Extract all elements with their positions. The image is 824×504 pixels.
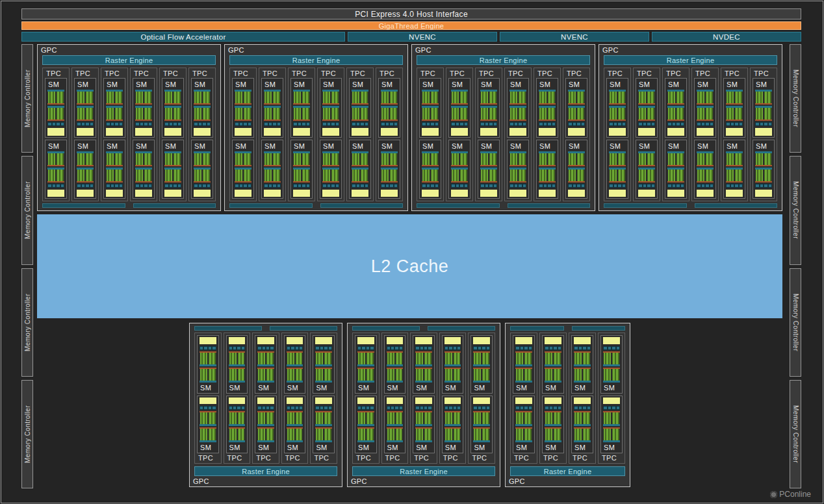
ldst-unit bbox=[291, 407, 294, 409]
ldst-row bbox=[480, 184, 497, 188]
ldst-unit bbox=[428, 407, 431, 409]
sm-label: SM bbox=[609, 142, 626, 151]
ldst-unit bbox=[300, 347, 302, 349]
ldst-row bbox=[164, 184, 181, 188]
ldst-unit bbox=[199, 184, 202, 187]
tensor-block bbox=[726, 190, 743, 197]
core-array bbox=[509, 151, 526, 166]
sm-label: SM bbox=[387, 383, 404, 392]
sm-block: SM bbox=[355, 396, 377, 454]
ldst-row bbox=[638, 122, 655, 126]
tpc-label: TPC bbox=[635, 68, 658, 78]
tensor-block bbox=[77, 128, 94, 136]
ldst-unit bbox=[579, 407, 582, 409]
ldst-unit bbox=[431, 123, 434, 125]
tpc-label: TPC bbox=[312, 453, 335, 463]
rop-strips bbox=[194, 326, 337, 331]
raster-engine-bar: Raster Engine bbox=[510, 466, 625, 476]
tensor-block bbox=[352, 190, 368, 197]
ldst-unit bbox=[474, 407, 476, 409]
core-array bbox=[422, 90, 439, 105]
ldst-unit bbox=[111, 184, 114, 187]
sm-block: SM bbox=[753, 78, 775, 138]
tpc-row: SMSMTPCSMSMTPCSMSMTPCSMSMTPC bbox=[510, 333, 625, 464]
core-array bbox=[638, 151, 655, 166]
ldst-unit bbox=[524, 407, 528, 409]
gpc-block: GPCRaster EngineTPCSMSMTPCSMSMTPCSMSMTPC… bbox=[599, 44, 782, 211]
ldst-unit bbox=[643, 123, 647, 125]
core-array bbox=[381, 90, 398, 105]
sm-block: SM bbox=[355, 335, 377, 394]
ldst-unit bbox=[269, 123, 272, 125]
ldst-unit bbox=[174, 184, 177, 187]
tensor-block bbox=[638, 128, 655, 136]
core-array bbox=[229, 411, 246, 426]
ldst-unit bbox=[149, 123, 152, 125]
ldst-row bbox=[509, 122, 526, 126]
memory-controller-label: Memory Controller bbox=[24, 181, 31, 239]
ldst-row bbox=[357, 346, 374, 350]
ldst-unit bbox=[302, 184, 305, 187]
tensor-block bbox=[194, 128, 211, 136]
ldst-unit bbox=[233, 407, 236, 409]
ldst-unit bbox=[336, 123, 339, 125]
memory-controller-block: Memory Controller bbox=[790, 156, 801, 264]
memory-controllers-right: Memory ControllerMemory ControllerMemory… bbox=[790, 44, 801, 488]
tensor-block bbox=[422, 190, 439, 197]
tpc-row: TPCSMSMTPCSMSMTPCSMSMTPCSMSMTPCSMSMTPCSM… bbox=[42, 68, 216, 201]
ldst-unit bbox=[582, 123, 585, 125]
rop-strips bbox=[417, 203, 590, 208]
tpc-block: SMSMTPC bbox=[194, 333, 222, 464]
ldst-row bbox=[264, 184, 281, 188]
sm-label: SM bbox=[357, 442, 374, 451]
core-array bbox=[603, 351, 620, 366]
core-array bbox=[726, 168, 743, 183]
ldst-unit bbox=[521, 347, 524, 349]
tensor-block bbox=[539, 190, 556, 197]
core-array bbox=[444, 351, 461, 366]
ldst-unit bbox=[115, 123, 118, 125]
sm-block: SM bbox=[133, 140, 155, 199]
core-array bbox=[352, 90, 368, 105]
core-array bbox=[357, 427, 374, 442]
ldst-unit bbox=[48, 123, 51, 125]
sm-block: SM bbox=[694, 78, 716, 138]
tensor-block bbox=[135, 128, 152, 136]
core-array bbox=[135, 106, 152, 121]
ldst-unit bbox=[416, 407, 418, 409]
sm-label: SM bbox=[444, 442, 461, 451]
tpc-label: TPC bbox=[44, 68, 68, 78]
sm-block: SM bbox=[448, 78, 470, 138]
core-array bbox=[574, 368, 591, 383]
ldst-unit bbox=[550, 347, 553, 349]
ldst-unit bbox=[263, 347, 265, 349]
ldst-row bbox=[47, 122, 64, 126]
ldst-unit bbox=[136, 123, 139, 125]
memory-controller-block: Memory Controller bbox=[790, 268, 801, 377]
ldst-row bbox=[315, 406, 332, 410]
core-array bbox=[697, 90, 714, 105]
core-array bbox=[515, 411, 532, 426]
tpc-label: TPC bbox=[73, 68, 97, 78]
ldst-unit bbox=[574, 347, 578, 349]
rop-strip bbox=[572, 326, 626, 331]
sm-label: SM bbox=[422, 80, 439, 90]
tpc-label: TPC bbox=[132, 68, 155, 78]
tpc-block: SMSMTPC bbox=[310, 333, 337, 464]
core-array bbox=[315, 411, 332, 426]
sm-label: SM bbox=[352, 80, 368, 90]
sm-block: SM bbox=[261, 78, 283, 138]
sm-label: SM bbox=[315, 442, 332, 451]
ldst-unit bbox=[144, 123, 148, 125]
ldst-unit bbox=[307, 123, 310, 125]
sm-label: SM bbox=[667, 80, 684, 90]
core-array bbox=[697, 106, 714, 121]
tensor-block bbox=[135, 190, 152, 197]
sm-block: SM bbox=[571, 396, 593, 454]
ldst-unit bbox=[294, 123, 297, 125]
ldst-unit bbox=[558, 407, 561, 409]
tensor-block bbox=[574, 397, 591, 405]
core-array bbox=[509, 168, 526, 183]
engine-block-nvenc: NVENC bbox=[500, 32, 649, 42]
tensor-block bbox=[381, 190, 398, 197]
